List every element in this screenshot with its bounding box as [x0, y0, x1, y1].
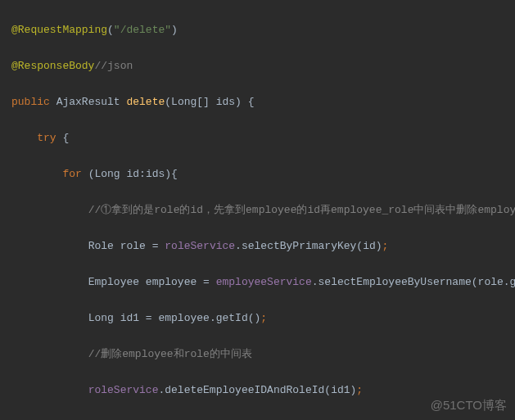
code-line: Role role = roleService.selectByPrimaryK…	[11, 237, 515, 255]
field-ref: roleService	[165, 240, 235, 252]
code-line: for (Long id:ids){	[11, 165, 515, 183]
code-line: //删除employee和role的中间表	[11, 345, 515, 364]
watermark-text: @51CTO博客	[431, 398, 507, 413]
string-literal: "/delete"	[114, 24, 171, 36]
code-editor[interactable]: @RequestMapping("/delete") @ResponseBody…	[0, 0, 515, 420]
comment: //删除employee和role的中间表	[88, 348, 252, 360]
code-line: @RequestMapping("/delete")	[11, 21, 515, 39]
field-ref: employeeService	[216, 276, 312, 288]
code-line: try {	[11, 129, 515, 147]
type: AjaxResult	[56, 96, 120, 108]
code-line: roleService.deleteEmployeeIDAndRoleId(id…	[11, 382, 515, 400]
comment: //①拿到的是role的id，先拿到employee的id再employee_r…	[88, 204, 515, 216]
code-line: Long id1 = employee.getId();	[11, 309, 515, 327]
field-ref: roleService	[88, 384, 159, 396]
keyword: public	[11, 96, 50, 108]
code-line: //①拿到的是role的id，先拿到employee的id再employee_r…	[11, 201, 515, 219]
annotation: @RequestMapping	[11, 24, 107, 36]
method-name: delete	[126, 96, 165, 108]
keyword: for	[62, 168, 81, 180]
code-line: Employee employee = employeeService.sele…	[11, 273, 515, 291]
code-line: @ResponseBody//json	[11, 57, 515, 75]
annotation: @ResponseBody	[11, 60, 94, 72]
params: Long[] ids	[171, 96, 235, 108]
keyword: try	[37, 132, 56, 144]
comment: //json	[94, 60, 133, 72]
code-line: public AjaxResult delete(Long[] ids) {	[11, 93, 515, 111]
